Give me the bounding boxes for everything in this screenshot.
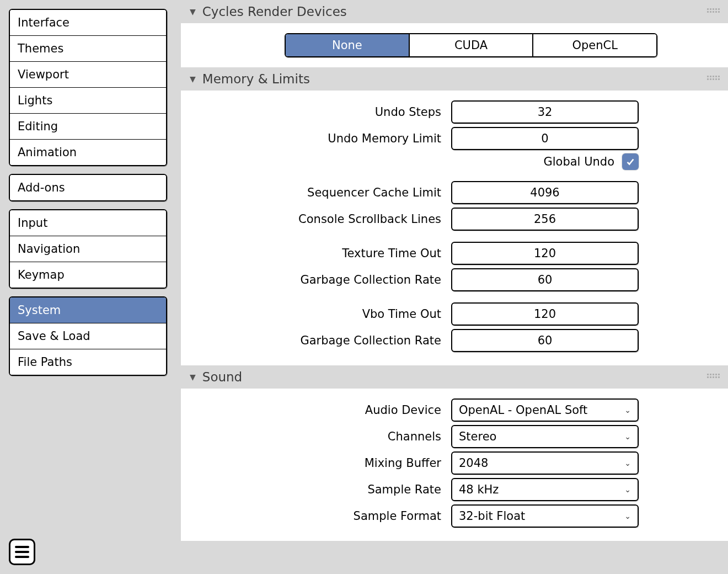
sidebar-item-input[interactable]: Input <box>10 210 166 236</box>
vbo-timeout-label: Vbo Time Out <box>181 307 451 321</box>
audio-device-label: Audio Device <box>181 403 451 417</box>
section-title: Cycles Render Devices <box>202 4 347 19</box>
sample-rate-select[interactable]: 48 kHz ⌄ <box>451 478 639 501</box>
nav-group-2: Add-ons <box>9 174 167 201</box>
sidebar-item-navigation[interactable]: Navigation <box>10 236 166 262</box>
section-body-sound: Audio Device OpenAL - OpenAL Soft ⌄ Chan… <box>181 389 728 541</box>
undo-steps-label: Undo Steps <box>181 105 451 119</box>
global-undo-label: Global Undo <box>543 155 614 168</box>
sequencer-cache-field[interactable]: 4096 <box>451 181 639 204</box>
console-scrollback-field[interactable]: 256 <box>451 208 639 231</box>
nav-group-3: Input Navigation Keymap <box>9 209 167 289</box>
disclosure-triangle-icon: ▼ <box>190 75 196 83</box>
drag-grip-icon[interactable] <box>707 374 719 380</box>
audio-device-select[interactable]: OpenAL - OpenAL Soft ⌄ <box>451 398 639 422</box>
check-icon <box>625 157 635 167</box>
mixing-buffer-label: Mixing Buffer <box>181 456 451 470</box>
sidebar-item-keymap[interactable]: Keymap <box>10 262 166 288</box>
sequencer-cache-label: Sequencer Cache Limit <box>181 186 451 199</box>
sample-rate-label: Sample Rate <box>181 483 451 496</box>
sidebar-item-editing[interactable]: Editing <box>10 114 166 140</box>
undo-memory-limit-field[interactable]: 0 <box>451 127 639 150</box>
chevron-down-icon: ⌄ <box>624 512 631 520</box>
nav-group-1: Interface Themes Viewport Lights Editing… <box>9 9 167 166</box>
undo-steps-field[interactable]: 32 <box>451 100 639 124</box>
console-scrollback-label: Console Scrollback Lines <box>181 212 451 226</box>
sidebar-item-viewport[interactable]: Viewport <box>10 62 166 88</box>
render-device-opencl[interactable]: OpenCL <box>533 34 656 56</box>
texture-timeout-label: Texture Time Out <box>181 247 451 260</box>
disclosure-triangle-icon: ▼ <box>190 7 196 16</box>
vbo-timeout-field[interactable]: 120 <box>451 302 639 326</box>
sidebar-item-interface[interactable]: Interface <box>10 10 166 36</box>
section-header-memory[interactable]: ▼ Memory & Limits <box>181 67 728 91</box>
sidebar-item-system[interactable]: System <box>10 297 166 323</box>
section-title: Sound <box>202 370 242 384</box>
render-device-cuda[interactable]: CUDA <box>410 34 534 56</box>
drag-grip-icon[interactable] <box>707 8 719 15</box>
sidebar-item-save-load[interactable]: Save & Load <box>10 323 166 349</box>
disclosure-triangle-icon: ▼ <box>190 373 196 381</box>
mixing-buffer-value: 2048 <box>459 456 488 470</box>
section-body-cycles: None CUDA OpenCL <box>181 23 728 67</box>
section-title: Memory & Limits <box>202 72 310 86</box>
channels-label: Channels <box>181 430 451 443</box>
texture-timeout-field[interactable]: 120 <box>451 242 639 265</box>
sidebar-item-addons[interactable]: Add-ons <box>10 175 166 200</box>
sidebar-item-animation[interactable]: Animation <box>10 140 166 165</box>
sample-format-label: Sample Format <box>181 509 451 523</box>
texture-gc-rate-field[interactable]: 60 <box>451 268 639 291</box>
chevron-down-icon: ⌄ <box>624 432 631 441</box>
section-header-sound[interactable]: ▼ Sound <box>181 365 728 389</box>
chevron-down-icon: ⌄ <box>624 459 631 467</box>
chevron-down-icon: ⌄ <box>624 485 631 494</box>
sample-rate-value: 48 kHz <box>459 483 499 496</box>
vbo-gc-rate-label: Garbage Collection Rate <box>181 334 451 347</box>
channels-value: Stereo <box>459 430 496 443</box>
section-header-cycles[interactable]: ▼ Cycles Render Devices <box>181 0 728 23</box>
render-device-segmented: None CUDA OpenCL <box>285 33 657 57</box>
sidebar-item-lights[interactable]: Lights <box>10 88 166 114</box>
undo-memory-limit-label: Undo Memory Limit <box>181 132 451 145</box>
mixing-buffer-select[interactable]: 2048 ⌄ <box>451 451 639 475</box>
global-undo-checkbox[interactable] <box>622 153 639 170</box>
menu-button[interactable] <box>9 539 35 565</box>
preferences-content: ▼ Cycles Render Devices None CUDA OpenCL… <box>181 0 728 574</box>
sidebar-item-file-paths[interactable]: File Paths <box>10 349 166 375</box>
audio-device-value: OpenAL - OpenAL Soft <box>459 403 587 417</box>
preferences-sidebar: Interface Themes Viewport Lights Editing… <box>9 9 167 384</box>
nav-group-4: System Save & Load File Paths <box>9 296 167 376</box>
drag-grip-icon[interactable] <box>707 76 719 82</box>
render-device-none[interactable]: None <box>286 34 410 56</box>
section-body-memory: Undo Steps 32 Undo Memory Limit 0 Global… <box>181 91 728 365</box>
vbo-gc-rate-field[interactable]: 60 <box>451 329 639 352</box>
channels-select[interactable]: Stereo ⌄ <box>451 425 639 448</box>
chevron-down-icon: ⌄ <box>624 406 631 414</box>
sidebar-item-themes[interactable]: Themes <box>10 36 166 62</box>
texture-gc-rate-label: Garbage Collection Rate <box>181 273 451 286</box>
sample-format-value: 32-bit Float <box>459 509 525 523</box>
sample-format-select[interactable]: 32-bit Float ⌄ <box>451 504 639 528</box>
